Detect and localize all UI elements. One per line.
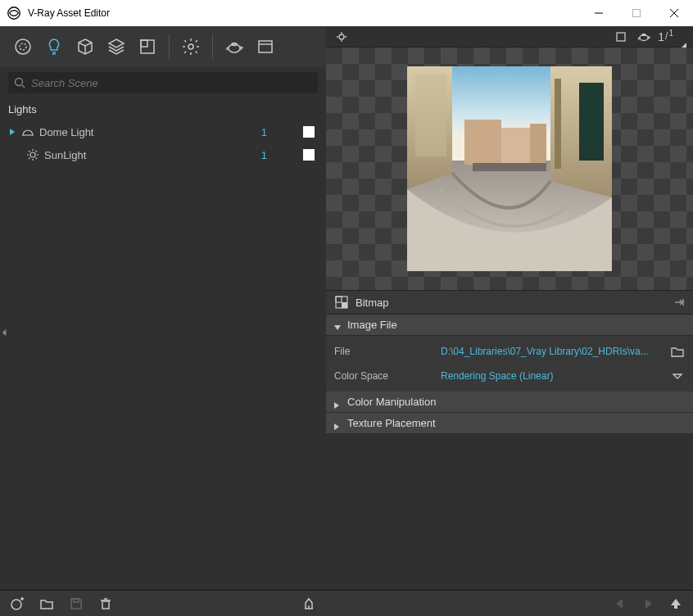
svg-rect-35 [102,601,109,609]
svg-rect-58 [336,297,342,302]
color-manipulation-section-header[interactable]: Color Manipulation [326,392,693,413]
collapse-left-icon[interactable] [0,321,8,344]
settings-button[interactable] [176,32,206,61]
light-count: 1 [242,149,267,161]
bitmap-label: Bitmap [356,297,673,309]
list-item[interactable]: Dome Light 1 [0,120,326,143]
expand-icon[interactable] [8,129,16,135]
section-label: Image File [347,319,397,331]
texture-placement-section-header[interactable]: Texture Placement [326,413,693,434]
svg-marker-68 [671,599,681,605]
texture-preview[interactable] [326,48,693,290]
svg-point-18 [16,79,23,86]
purge-button[interactable] [297,594,321,614]
window-maximize-button[interactable] [618,0,655,26]
delete-button[interactable] [93,594,118,614]
dome-light-icon [20,125,36,138]
color-space-label: Color Space [334,370,441,382]
save-button[interactable] [64,594,88,614]
svg-line-28 [36,158,38,160]
image-file-section-body: File D:\04_Libraries\07_Vray Library\02_… [326,336,693,392]
light-count: 1 [242,126,267,138]
pan-target-icon[interactable] [333,28,351,46]
svg-rect-52 [555,79,561,169]
file-row: File D:\04_Libraries\07_Vray Library\02_… [326,339,693,364]
svg-rect-53 [464,120,501,165]
search-icon [14,77,25,88]
lights-section-header: Lights [0,98,326,119]
svg-line-29 [29,158,30,160]
svg-point-7 [20,43,26,50]
svg-marker-62 [334,325,341,330]
open-folder-button[interactable] [34,594,59,614]
svg-point-6 [16,39,30,54]
render-teapot-button[interactable] [220,32,249,61]
chevron-down-icon[interactable] [670,369,685,383]
left-bottom-toolbar [0,590,326,616]
svg-marker-64 [334,402,339,409]
svg-rect-16 [259,41,272,52]
window-close-button[interactable] [655,0,693,26]
add-asset-button[interactable] [5,594,29,614]
svg-rect-55 [530,124,546,165]
counter-denominator: 1 [668,29,673,38]
light-name: Dome Light [39,126,242,138]
stop-square-icon[interactable] [612,28,630,46]
left-toolbar [0,26,326,67]
svg-rect-50 [415,75,446,156]
bitmap-header: Bitmap [326,290,693,315]
textures-button[interactable] [133,32,162,61]
section-label: Texture Placement [347,417,436,429]
list-item[interactable]: SunLight 1 [0,143,326,166]
svg-marker-67 [645,599,652,609]
color-space-value[interactable]: Rendering Space (Linear) [441,370,665,382]
color-swatch[interactable] [303,149,315,161]
svg-rect-34 [74,599,79,602]
svg-point-22 [30,152,35,157]
open-file-icon[interactable] [670,344,685,359]
hdri-preview-image [407,66,612,271]
go-forward-icon[interactable] [673,297,685,308]
right-bottom-toolbar: de [326,590,693,616]
svg-rect-56 [473,163,546,171]
nav-forward-button[interactable] [636,594,660,614]
window-title: V-Ray Asset Editor [28,7,580,19]
triangle-right-icon [334,420,341,427]
preview-toolbar: 1 / 1 [326,26,693,48]
window-titlebar: V-Ray Asset Editor [0,0,693,26]
file-path-value[interactable]: D:\04_Libraries\07_Vray Library\02_HDRIs… [441,346,665,357]
svg-marker-63 [673,374,682,378]
render-teapot-small-icon[interactable] [635,28,653,46]
color-space-row: Color Space Rendering Space (Linear) [326,364,693,388]
layers-button[interactable] [102,32,131,61]
svg-rect-44 [617,33,625,41]
svg-line-19 [22,85,25,88]
svg-line-27 [29,151,30,152]
materials-category-button[interactable] [8,32,38,61]
chevron-down-icon[interactable] [680,38,686,44]
search-scene-wrap [8,72,318,93]
triangle-down-icon [334,322,341,328]
svg-marker-66 [616,599,623,609]
preview-counter: 1 / 1 [658,30,673,43]
svg-marker-20 [10,129,15,135]
color-swatch[interactable] [303,126,315,138]
svg-point-39 [339,34,344,39]
vray-app-icon [7,6,21,20]
nav-up-button[interactable]: de [664,594,688,614]
left-panel: Lights Dome Light 1 SunLight 1 [0,26,326,616]
lights-list: Dome Light 1 SunLight 1 [0,119,326,590]
svg-marker-65 [334,424,339,430]
nav-back-button[interactable] [608,594,632,614]
svg-rect-59 [342,302,347,308]
geometry-category-button[interactable] [70,32,100,61]
window-minimize-button[interactable] [580,0,618,26]
frame-buffer-button[interactable] [251,32,280,61]
counter-numerator: 1 [658,30,664,43]
svg-rect-54 [501,128,530,165]
sun-light-icon [25,148,41,161]
lights-category-button[interactable] [39,32,69,61]
search-input[interactable] [8,72,318,93]
section-label: Color Manipulation [347,396,436,408]
image-file-section-header[interactable]: Image File [326,315,693,336]
